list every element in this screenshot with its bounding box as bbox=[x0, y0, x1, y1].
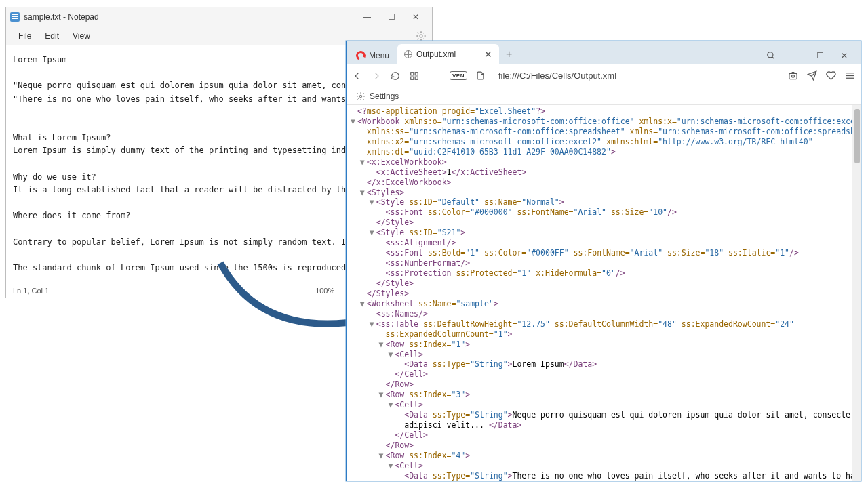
xml-line: <Data ss:Type="String">Neque porro quisq… bbox=[351, 410, 856, 420]
xml-line: <x:ActiveSheet>1</x:ActiveSheet> bbox=[351, 167, 856, 178]
svg-rect-7 bbox=[789, 73, 796, 79]
heart-icon[interactable] bbox=[825, 70, 836, 81]
xml-line: </Style> bbox=[351, 279, 856, 289]
opera-window: Menu Output.xml ✕ + — ☐ ✕ VPN file:///C:… bbox=[346, 41, 861, 481]
xml-line: <ss:Font ss:Color="#000000" ss:FontName=… bbox=[351, 207, 856, 218]
settings-label: Settings bbox=[370, 92, 399, 101]
send-icon[interactable] bbox=[806, 70, 817, 81]
status-position: Ln 1, Col 1 bbox=[13, 287, 49, 295]
xml-line: ▼<Cell> bbox=[351, 400, 856, 410]
svg-rect-4 bbox=[415, 72, 418, 75]
tab-close-icon[interactable]: ✕ bbox=[484, 49, 492, 60]
opera-logo-icon bbox=[355, 49, 367, 62]
xml-line: ▼<Row ss:Index="1"> bbox=[351, 340, 856, 350]
xml-line: </Styles> bbox=[351, 289, 856, 299]
gear-icon[interactable] bbox=[416, 30, 427, 41]
svg-point-8 bbox=[791, 75, 794, 77]
xml-line: <ss:Font ss:Bold="1" ss:Color="#0000FF" … bbox=[351, 248, 856, 258]
forward-button[interactable] bbox=[371, 70, 382, 81]
menu-edit[interactable]: Edit bbox=[38, 28, 66, 43]
opera-tabbar: Menu Output.xml ✕ + — ☐ ✕ bbox=[347, 41, 861, 64]
tab-title: Output.xml bbox=[416, 49, 480, 59]
close-button[interactable]: ✕ bbox=[833, 47, 855, 64]
vpn-badge[interactable]: VPN bbox=[450, 71, 467, 80]
opera-urlbar: VPN file:///C:/Files/Cells/Output.xml bbox=[347, 64, 861, 87]
new-tab-button[interactable]: + bbox=[499, 44, 519, 64]
xml-line: xmlns:x2="urn:schemas-microsoft-com:offi… bbox=[351, 137, 856, 147]
svg-rect-3 bbox=[411, 72, 414, 75]
speed-dial-icon[interactable] bbox=[409, 70, 420, 81]
xml-viewer[interactable]: <?mso-application progid="Excel.Sheet"?>… bbox=[347, 105, 861, 481]
close-button[interactable]: ✕ bbox=[403, 9, 428, 25]
xml-line: ▼<Workbook xmlns:o="urn:schemas-microsof… bbox=[351, 117, 856, 127]
svg-rect-5 bbox=[411, 77, 414, 79]
svg-line-2 bbox=[772, 57, 774, 59]
xml-line: ▼<Row ss:Index="3"> bbox=[351, 390, 856, 400]
gear-icon bbox=[356, 92, 366, 101]
back-button[interactable] bbox=[352, 70, 363, 81]
opera-menu-button[interactable]: Menu bbox=[349, 47, 396, 64]
svg-point-12 bbox=[359, 95, 362, 98]
file-icon bbox=[475, 70, 486, 81]
svg-rect-6 bbox=[415, 77, 418, 79]
xml-line: </Style> bbox=[351, 218, 856, 228]
xml-line: ▼<Row ss:Index="4"> bbox=[351, 451, 856, 461]
notepad-title: sample.txt - Notepad bbox=[24, 12, 355, 22]
browser-tab[interactable]: Output.xml ✕ bbox=[397, 44, 499, 64]
xml-line: <Data ss:Type="String">Lorem Ipsum</Data… bbox=[351, 359, 856, 369]
svg-point-0 bbox=[420, 35, 422, 37]
xml-line: xmlns:ss="urn:schemas-microsoft-com:offi… bbox=[351, 127, 856, 137]
xml-line: ▼<Style ss:ID="S21"> bbox=[351, 228, 856, 238]
xml-line: ▼<Worksheet ss:Name="sample"> bbox=[351, 299, 856, 309]
search-icon[interactable] bbox=[760, 47, 782, 64]
xml-line: ▼<Cell> bbox=[351, 461, 856, 471]
xml-line: <?mso-application progid="Excel.Sheet"?> bbox=[351, 106, 856, 117]
notepad-icon bbox=[10, 12, 20, 22]
scrollbar-thumb[interactable] bbox=[854, 109, 860, 163]
minimize-button[interactable]: — bbox=[355, 9, 379, 25]
opera-menu-label: Menu bbox=[369, 51, 389, 60]
tab-favicon bbox=[404, 50, 412, 58]
xml-line: </Row> bbox=[351, 380, 856, 390]
xml-line: <ss:Alignment/> bbox=[351, 238, 856, 248]
notepad-titlebar[interactable]: sample.txt - Notepad — ☐ ✕ bbox=[6, 7, 432, 26]
url-field[interactable]: file:///C:/Files/Cells/Output.xml bbox=[494, 70, 779, 81]
xml-line: ▼<ss:Table ss:DefaultRowHeight="12.75" s… bbox=[351, 319, 856, 329]
menu-view[interactable]: View bbox=[66, 28, 97, 43]
xml-line: adipisci velit... </Data> bbox=[351, 420, 856, 430]
easy-setup-icon[interactable] bbox=[844, 70, 855, 81]
xml-line: </Cell> bbox=[351, 369, 856, 380]
xml-line: <ss:NumberFormat/> bbox=[351, 258, 856, 268]
xml-line: <Data ss:Type="String">There is no one w… bbox=[351, 471, 856, 481]
xml-line: ▼<x:ExcelWorkbook> bbox=[351, 157, 856, 167]
xml-line: <ss:Protection ss:Protected="1" x:HideFo… bbox=[351, 268, 856, 279]
minimize-button[interactable]: — bbox=[785, 47, 806, 64]
xml-line: </x:ExcelWorkbook> bbox=[351, 178, 856, 188]
opera-settings-bar[interactable]: Settings bbox=[347, 87, 861, 105]
xml-line: xmlns:dt="uuid:C2F41010-65B3-11d1-A29F-0… bbox=[351, 147, 856, 157]
snapshot-icon[interactable] bbox=[787, 70, 798, 81]
xml-line: ss:ExpandedColumnCount="1"> bbox=[351, 329, 856, 340]
xml-line: ▼<Style ss:ID="Default" ss:Name="Normal"… bbox=[351, 197, 856, 207]
maximize-button[interactable]: ☐ bbox=[379, 9, 403, 25]
svg-point-1 bbox=[768, 52, 773, 58]
status-zoom: 100% bbox=[315, 287, 334, 295]
xml-line: </Cell> bbox=[351, 430, 856, 441]
xml-line: </Row> bbox=[351, 441, 856, 451]
xml-line: <ss:Names/> bbox=[351, 309, 856, 319]
scrollbar[interactable] bbox=[852, 105, 861, 481]
xml-line: ▼<Styles> bbox=[351, 188, 856, 198]
reload-button[interactable] bbox=[390, 70, 401, 81]
menu-file[interactable]: File bbox=[12, 28, 38, 43]
maximize-button[interactable]: ☐ bbox=[809, 47, 831, 64]
xml-line: ▼<Cell> bbox=[351, 350, 856, 360]
